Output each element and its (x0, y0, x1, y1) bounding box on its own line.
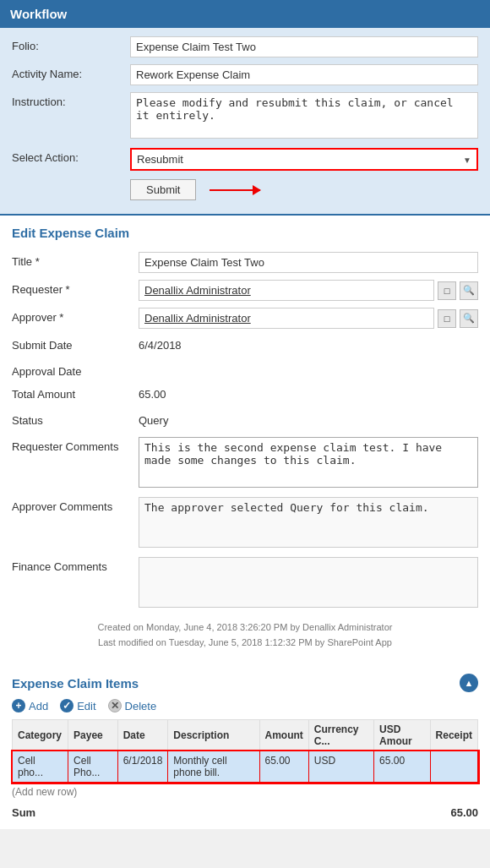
requester-search-icon[interactable]: 🔍 (460, 281, 478, 300)
folio-input[interactable] (130, 36, 478, 57)
meta-created: Created on Monday, June 4, 2018 3:26:20 … (12, 620, 478, 636)
folio-label: Folio: (12, 36, 130, 52)
approver-comments-value-wrapper: The approver selected Query for this cla… (139, 497, 478, 550)
approver-field-wrapper: □ 🔍 (139, 308, 478, 329)
title-input[interactable] (139, 252, 478, 273)
arrow-indicator (210, 189, 260, 191)
approver-label: Approver * (12, 308, 139, 324)
edit-label: Edit (77, 700, 95, 712)
col-amount: Amount (259, 720, 308, 751)
cell-description: Monthly cell phone bill. (168, 751, 259, 783)
select-action-dropdown[interactable]: Resubmit Cancel (130, 148, 478, 171)
col-currency: Currency C... (308, 720, 373, 751)
status-value-wrapper: Query (139, 411, 478, 430)
approver-comments-textarea: The approver selected Query for this cla… (139, 497, 478, 548)
items-table-body: Cell pho... Cell Pho... 6/1/2018 Monthly… (13, 751, 478, 783)
approval-date-value (139, 362, 478, 368)
activity-name-input[interactable] (130, 64, 478, 85)
cell-usd-amount: 65.00 (374, 751, 431, 783)
col-category: Category (13, 720, 68, 751)
arrow-icon (210, 189, 260, 191)
workflow-section: Folio: Activity Name: Instruction: Pleas… (0, 28, 490, 214)
requester-input[interactable] (139, 280, 434, 301)
requester-comments-value-wrapper: This is the second expense claim test. I… (139, 437, 478, 490)
select-action-container: Resubmit Cancel (130, 148, 478, 171)
sum-label: Sum (12, 806, 35, 819)
add-label: Add (29, 700, 48, 712)
items-toolbar: + Add ✓ Edit ✕ Delete (12, 699, 478, 712)
workflow-title: Workflow (10, 7, 67, 21)
status-row: Status Query (12, 411, 478, 430)
activity-name-label: Activity Name: (12, 64, 130, 80)
approver-row: Approver * □ 🔍 (12, 308, 478, 329)
finance-comments-value-wrapper (139, 557, 478, 610)
requester-comments-label: Requester Comments (12, 437, 139, 453)
submit-row: Submit (12, 179, 478, 200)
items-header: Expense Claim Items ▲ (12, 674, 478, 692)
select-action-row: Select Action: Resubmit Cancel (12, 148, 478, 171)
select-action-wrapper: Resubmit Cancel (130, 148, 478, 171)
workflow-header: Workflow (0, 0, 490, 28)
total-amount-label: Total Amount (12, 385, 139, 401)
edit-button[interactable]: ✓ Edit (60, 699, 95, 712)
submit-date-row: Submit Date 6/4/2018 (12, 336, 478, 355)
cell-currency: USD (308, 751, 373, 783)
items-table: Category Payee Date Description Amount C… (12, 719, 478, 783)
meta-info: Created on Monday, June 4, 2018 3:26:20 … (12, 620, 478, 650)
instruction-textarea: Please modify and resubmit this claim, o… (130, 92, 478, 139)
delete-icon: ✕ (108, 699, 122, 712)
requester-row: Requester * □ 🔍 (12, 280, 478, 301)
finance-comments-label: Finance Comments (12, 557, 139, 573)
instruction-row: Instruction: Please modify and resubmit … (12, 92, 478, 141)
approver-field-group: □ 🔍 (139, 308, 478, 329)
title-row: Title * (12, 252, 478, 273)
submit-button[interactable]: Submit (130, 179, 196, 200)
folio-row: Folio: (12, 36, 478, 57)
delete-label: Delete (125, 700, 157, 712)
add-button[interactable]: + Add (12, 699, 48, 712)
submit-date-value: 6/4/2018 (139, 336, 478, 355)
cell-receipt (430, 751, 477, 783)
add-new-row-label[interactable]: (Add new row) (12, 783, 478, 801)
add-icon: + (12, 699, 25, 712)
total-amount-row: Total Amount 65.00 (12, 385, 478, 404)
approval-date-label: Approval Date (12, 362, 139, 378)
col-payee: Payee (68, 720, 118, 751)
approver-input[interactable] (139, 308, 434, 329)
status-value: Query (139, 411, 478, 430)
instruction-label: Instruction: (12, 92, 130, 108)
requester-field-wrapper: □ 🔍 (139, 280, 478, 301)
approval-date-value-wrapper (139, 362, 478, 368)
edit-expense-claim-section: Edit Expense Claim Title * Requester * □… (0, 214, 490, 665)
status-label: Status (12, 411, 139, 427)
select-action-label: Select Action: (12, 148, 130, 164)
edit-section-title: Edit Expense Claim (12, 226, 478, 240)
folio-value-wrapper (130, 36, 478, 57)
approver-comments-label: Approver Comments (12, 497, 139, 513)
requester-comments-textarea[interactable]: This is the second expense claim test. I… (139, 437, 478, 488)
cell-date: 6/1/2018 (117, 751, 168, 783)
title-field-wrapper (139, 252, 478, 273)
requester-copy-icon[interactable]: □ (438, 281, 456, 300)
delete-button[interactable]: ✕ Delete (108, 699, 157, 712)
approver-comments-row: Approver Comments The approver selected … (12, 497, 478, 550)
submit-date-value-wrapper: 6/4/2018 (139, 336, 478, 355)
sum-value: 65.00 (450, 806, 478, 819)
sum-row: Sum 65.00 (12, 801, 478, 821)
approver-copy-icon[interactable]: □ (438, 309, 456, 328)
col-description: Description (168, 720, 259, 751)
submit-date-label: Submit Date (12, 336, 139, 352)
finance-comments-row: Finance Comments (12, 557, 478, 610)
approver-search-icon[interactable]: 🔍 (460, 309, 478, 328)
items-table-header: Category Payee Date Description Amount C… (13, 720, 478, 751)
cell-amount: 65.00 (259, 751, 308, 783)
approval-date-row: Approval Date (12, 362, 478, 378)
requester-comments-row: Requester Comments This is the second ex… (12, 437, 478, 490)
items-title: Expense Claim Items (12, 676, 139, 691)
finance-comments-textarea (139, 557, 478, 608)
collapse-button[interactable]: ▲ (460, 674, 478, 692)
total-amount-value-wrapper: 65.00 (139, 385, 478, 404)
col-usd-amount: USD Amour (374, 720, 431, 751)
table-row[interactable]: Cell pho... Cell Pho... 6/1/2018 Monthly… (13, 751, 478, 783)
cell-payee: Cell Pho... (68, 751, 118, 783)
